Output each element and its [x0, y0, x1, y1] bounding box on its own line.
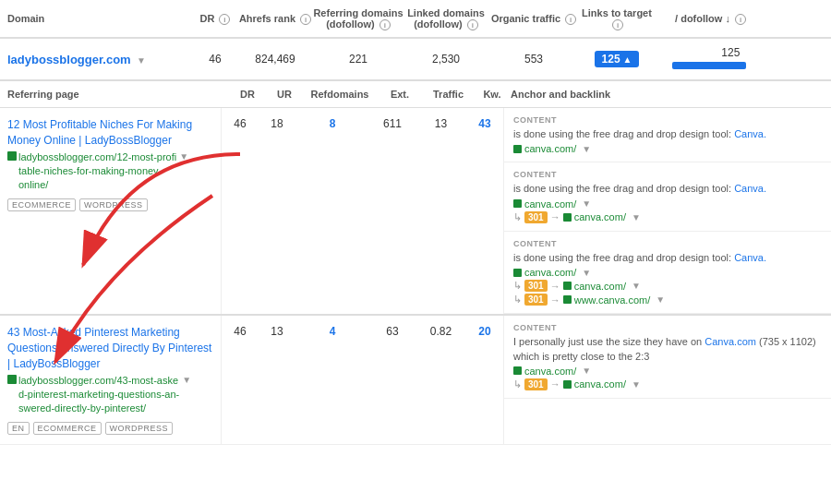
row1-dr: 46 [222, 117, 259, 130]
row1-backlinks: CONTENT is done using the free drag and … [504, 108, 831, 314]
row2-traffic: 0.82 [416, 325, 466, 338]
row1-ur: 18 [259, 117, 295, 130]
row1-title[interactable]: 12 Most Profitable Niches For Making Mon… [7, 118, 192, 147]
row2-ur: 13 [259, 325, 295, 338]
dofollow-number: 125 [721, 46, 740, 59]
dr-info-icon[interactable]: i [219, 14, 230, 25]
links-info-icon[interactable]: i [612, 19, 623, 30]
row1-backlink-3: CONTENT is done using the free drag and … [504, 232, 831, 314]
row1-backlink-2: CONTENT is done using the free drag and … [504, 162, 831, 231]
row2-tag-wordpress: WORDPRESS [105, 422, 174, 435]
row2-bl1-arrow: → [550, 378, 560, 390]
row2-dr: 46 [222, 325, 259, 338]
row1-bl3-redirect-row1: ↳ 301 → canva.com/ ▼ [513, 280, 822, 292]
row1-stats: 46 18 8 611 13 43 [222, 108, 504, 314]
ahrefs-info-icon[interactable]: i [300, 14, 311, 25]
row1-bl2-redirect-row: ↳ 301 → canva.com/ ▼ [513, 211, 822, 223]
row2-bl1-label: CONTENT [513, 323, 822, 332]
subheader-ur: UR [266, 89, 303, 100]
row1-url-dropdown[interactable]: ▼ [179, 150, 188, 163]
row1-bl3-redirect-row2: ↳ 301 → www.canva.com/ ▼ [513, 294, 822, 306]
row2-bl1-redirect-dropdown[interactable]: ▼ [632, 379, 641, 390]
row1-bl2-301-badge: 301 [524, 211, 548, 223]
referring-info-icon[interactable]: i [379, 19, 391, 30]
row1-bl1-canva-green[interactable]: canva.com/ [524, 143, 576, 154]
row1-bl2-green-link-row: canva.com/ ▼ [513, 198, 822, 210]
header-ahrefs: Ahrefs rank i [238, 13, 312, 25]
row1-bl3-redirect-dropdown2[interactable]: ▼ [656, 294, 665, 305]
row2-bl1-corner-arrow: ↳ [513, 378, 522, 390]
row1-bl3-canva-green[interactable]: canva.com/ [524, 267, 576, 278]
row1-bl3-arrow2: → [550, 294, 560, 306]
row2-bl1-green-link-row: canva.com/ ▼ [513, 366, 822, 377]
row2-url: ladybossblogger.com/43-most-asked-pinter… [7, 374, 213, 416]
linked-info-icon[interactable]: i [467, 19, 478, 30]
dofollow-info-icon[interactable]: i [735, 14, 746, 25]
domain-dofollow-cell: 125 [654, 46, 746, 72]
row2-bl1-text: I personally just use the size they have… [513, 335, 822, 364]
subheader-page: Referring page [7, 89, 229, 100]
row2-url-text[interactable]: ladybossblogger.com/43-most-asked-pinter… [18, 374, 179, 416]
row2-bl1-canva-link[interactable]: Canva.com [705, 336, 756, 347]
domain-cell: ladybossblogger.com ▼ [7, 53, 192, 66]
row1-bl1-dropdown[interactable]: ▼ [582, 144, 591, 154]
header-dr: DR i [192, 13, 238, 25]
row2-tag-en: EN [7, 422, 30, 435]
row2-backlink-1: CONTENT I personally just use the size t… [504, 316, 831, 399]
row1-bl3-corner-arrow2: ↳ [513, 294, 522, 306]
row1-bl3-label: CONTENT [513, 239, 822, 248]
row2-ref: 4 [295, 325, 369, 338]
domain-dr-value: 46 [192, 53, 238, 66]
header-dofollow: / dofollow ↓ i [654, 13, 746, 25]
table-header: Domain DR i Ahrefs rank i Referring doma… [0, 0, 831, 39]
domain-organic-value: 553 [488, 53, 580, 66]
row1-bl2-lock2 [563, 213, 572, 222]
row1-bl1-canva-link[interactable]: Canva. [734, 128, 766, 139]
row1-bl2-canva-green[interactable]: canva.com/ [524, 198, 576, 210]
domain-dropdown-arrow[interactable]: ▼ [137, 55, 146, 66]
row1-bl2-canva-link[interactable]: Canva. [734, 183, 766, 194]
row1-bl3-dropdown[interactable]: ▼ [582, 268, 591, 278]
domain-links-badge-cell: 125 ▲ [580, 51, 654, 67]
row2-title[interactable]: 43 Most-Asked Pinterest Marketing Questi… [7, 326, 211, 370]
header-domain: Domain [7, 13, 192, 24]
row2-url-dropdown[interactable]: ▼ [182, 374, 191, 387]
row1-bl2-arrow: → [550, 211, 560, 222]
main-table: Domain DR i Ahrefs rank i Referring doma… [0, 0, 831, 445]
row1-bl2-redirect-canva[interactable]: canva.com/ [574, 211, 626, 222]
row1-traffic: 13 [416, 117, 466, 130]
row2-kw: 20 [466, 325, 503, 338]
organic-info-icon[interactable]: i [565, 14, 576, 25]
domain-referring-value: 221 [312, 53, 404, 66]
row1-lock-icon [7, 151, 17, 161]
row1-bl2-label: CONTENT [513, 170, 822, 179]
row1-tag-wordpress: WORDPRESS [79, 198, 148, 211]
row1-bl3-redirect-canva2[interactable]: www.canva.com/ [574, 294, 651, 306]
row2-bl1-canva-green[interactable]: canva.com/ [524, 366, 576, 377]
row1-bl3-redirect-dropdown1[interactable]: ▼ [632, 281, 641, 291]
subheader-row: Referring page DR UR Refdomains Ext. Tra… [0, 81, 831, 108]
table-row-2: 43 Most-Asked Pinterest Marketing Questi… [0, 316, 831, 445]
subheader-anchor: Anchor and backlink [511, 89, 824, 100]
row2-bl1-lock2 [563, 380, 572, 389]
row1-kw: 43 [466, 117, 503, 130]
row1-bl3-redirect-canva1[interactable]: canva.com/ [574, 281, 626, 292]
row1-ref: 8 [295, 117, 369, 130]
row2-ext: 63 [369, 325, 416, 338]
domain-link[interactable]: ladybossblogger.com [7, 53, 131, 66]
row1-page-info: 12 Most Profitable Niches For Making Mon… [0, 108, 222, 314]
row2-bl1-dropdown[interactable]: ▼ [582, 366, 591, 376]
row1-bl2-dropdown[interactable]: ▼ [582, 198, 591, 209]
row1-bl3-lock3 [563, 295, 572, 304]
row1-bl3-canva-link[interactable]: Canva. [734, 252, 766, 263]
domain-data-row: ladybossblogger.com ▼ 46 824,469 221 2,5… [0, 39, 831, 81]
header-links: Links to target i [580, 7, 654, 30]
row2-bl1-redirect-canva[interactable]: canva.com/ [574, 378, 626, 390]
row2-tag-ecommerce: ECOMMERCE [33, 422, 102, 435]
row2-page-info: 43 Most-Asked Pinterest Marketing Questi… [0, 316, 222, 444]
row1-bl2-redirect-dropdown[interactable]: ▼ [632, 212, 641, 222]
row1-url-text[interactable]: ladybossblogger.com/12-most-profitable-n… [18, 150, 176, 193]
row1-bl1-lock [513, 145, 522, 153]
header-linked: Linked domains (dofollow) i [404, 7, 488, 30]
subheader-kw: Kw. [474, 89, 511, 100]
